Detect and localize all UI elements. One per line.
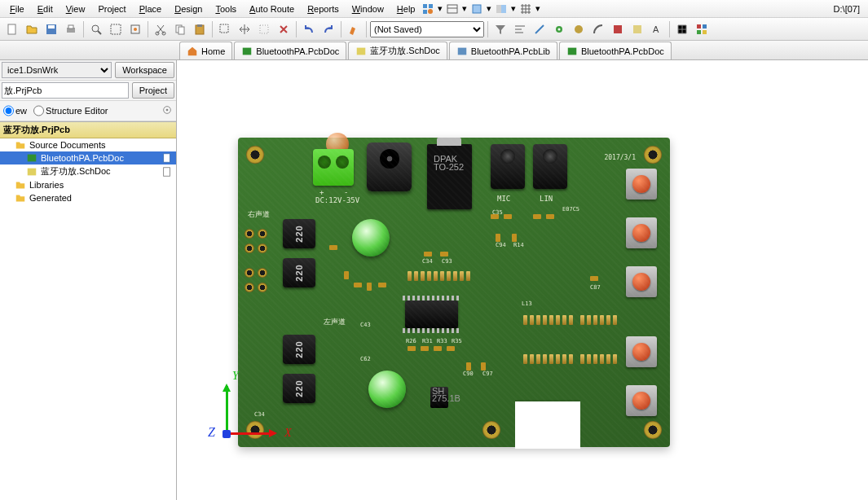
axis-z-label: Z bbox=[208, 425, 215, 440]
inductor: 220 bbox=[283, 258, 315, 287]
place-fill-button[interactable] bbox=[609, 20, 627, 38]
workspace-button[interactable]: Workspace bbox=[115, 62, 174, 78]
svg-rect-21 bbox=[197, 24, 202, 27]
paste-button[interactable] bbox=[191, 20, 209, 38]
svg-point-26 bbox=[558, 28, 561, 30]
menu-extra-icon-1[interactable] bbox=[421, 2, 434, 15]
svg-rect-28 bbox=[614, 25, 622, 33]
smd-component bbox=[329, 245, 337, 250]
move-button[interactable] bbox=[236, 20, 253, 38]
saved-combo[interactable]: (Not Saved) bbox=[370, 21, 484, 37]
place-string-button[interactable]: A bbox=[648, 20, 666, 38]
grid-icon[interactable] bbox=[519, 2, 532, 15]
svg-rect-36 bbox=[357, 47, 366, 55]
pcb-3d-view[interactable]: DPAKTO-252 + - DC:12V-35V 右声道 左声道 MIC LI… bbox=[177, 60, 868, 500]
menu-window[interactable]: Window bbox=[346, 2, 390, 15]
select-button[interactable] bbox=[216, 20, 234, 38]
silk-c34-2: C34 bbox=[254, 411, 265, 418]
menu-extra-icon-4[interactable] bbox=[495, 2, 508, 15]
tab-home[interactable]: Home bbox=[179, 42, 232, 59]
menu-view[interactable]: View bbox=[59, 2, 92, 15]
silk-r33: R33 bbox=[437, 338, 447, 344]
open-button[interactable] bbox=[23, 20, 41, 38]
layers-button[interactable] bbox=[693, 20, 711, 38]
svg-rect-10 bbox=[68, 25, 73, 29]
place-via-button[interactable] bbox=[550, 20, 568, 38]
silk-c62: C62 bbox=[360, 356, 371, 362]
menu-design[interactable]: Design bbox=[168, 2, 209, 15]
cross-probe-button[interactable] bbox=[345, 20, 363, 38]
panel-options-icon[interactable] bbox=[161, 107, 173, 117]
zoom-fit-button[interactable] bbox=[107, 20, 125, 38]
undo-button[interactable] bbox=[300, 20, 318, 38]
tact-switch bbox=[626, 217, 657, 248]
radio-structure[interactable]: Structure Editor bbox=[33, 103, 108, 119]
tree-generated[interactable]: Generated bbox=[0, 191, 176, 204]
zoom-window-button[interactable] bbox=[87, 20, 105, 38]
document-tabs: Home BluetoothPA.PcbDoc 蓝牙功放.SchDoc Blue… bbox=[0, 41, 868, 60]
smd-component bbox=[421, 346, 429, 351]
redo-button[interactable] bbox=[319, 20, 337, 38]
svg-point-15 bbox=[134, 28, 137, 31]
tree-pcbdoc[interactable]: BluetoothPA.PcbDoc bbox=[0, 151, 176, 164]
th-pad bbox=[245, 243, 254, 253]
radio-file-view[interactable]: ew bbox=[3, 103, 27, 119]
tact-switch bbox=[626, 336, 657, 367]
menu-extra-icon-2[interactable] bbox=[446, 2, 459, 15]
menu-file[interactable]: File bbox=[3, 2, 31, 15]
main-ic bbox=[405, 300, 458, 328]
silk-c90: C90 bbox=[463, 371, 474, 377]
save-button[interactable] bbox=[42, 20, 60, 38]
tree-source-documents[interactable]: Source Documents bbox=[0, 138, 176, 151]
th-pad bbox=[258, 268, 267, 278]
menu-tools[interactable]: Tools bbox=[209, 2, 243, 15]
tab-pcblib[interactable]: BluetoothPA.PcbLib bbox=[449, 42, 557, 59]
cut-button[interactable] bbox=[152, 20, 170, 38]
silk-date: 2017/3/1 bbox=[604, 154, 636, 161]
project-button[interactable]: Project bbox=[132, 82, 174, 99]
silk-c87: C87 bbox=[590, 284, 601, 291]
grid-button[interactable] bbox=[673, 20, 691, 38]
deselect-button[interactable] bbox=[255, 20, 273, 38]
menu-edit[interactable]: Edit bbox=[31, 2, 59, 15]
svg-rect-13 bbox=[111, 24, 121, 34]
filter-button[interactable] bbox=[491, 20, 509, 38]
svg-rect-1 bbox=[447, 5, 457, 13]
menu-extra-icon-3[interactable] bbox=[470, 2, 483, 15]
tree-libraries[interactable]: Libraries bbox=[0, 178, 176, 191]
place-pad-button[interactable] bbox=[570, 20, 588, 38]
svg-rect-5 bbox=[501, 5, 506, 13]
print-button[interactable] bbox=[62, 20, 80, 38]
new-button[interactable] bbox=[3, 20, 21, 38]
tree-schdoc[interactable]: 蓝牙功放.SchDoc bbox=[0, 164, 176, 178]
project-field[interactable] bbox=[2, 82, 129, 99]
svg-rect-34 bbox=[703, 30, 707, 34]
doc-status-icon bbox=[161, 166, 173, 178]
menu-place[interactable]: Place bbox=[133, 2, 169, 15]
module-pads bbox=[580, 354, 617, 364]
tab-pcbdoc-1[interactable]: BluetoothPA.PcbDoc bbox=[234, 42, 346, 59]
workspace-combo[interactable]: ice1.DsnWrk bbox=[2, 62, 112, 78]
place-line-button[interactable] bbox=[531, 20, 549, 38]
menu-autoroute[interactable]: Auto Route bbox=[243, 2, 301, 15]
mounting-hole bbox=[644, 421, 662, 439]
electrolytic-cap bbox=[368, 371, 406, 408]
place-arc-button[interactable] bbox=[589, 20, 607, 38]
tab-schdoc[interactable]: 蓝牙功放.SchDoc bbox=[348, 42, 447, 59]
menu-project[interactable]: Project bbox=[91, 2, 132, 15]
svg-rect-22 bbox=[220, 24, 228, 33]
align-button[interactable] bbox=[511, 20, 529, 38]
svg-rect-8 bbox=[48, 25, 55, 29]
menu-help[interactable]: Help bbox=[390, 2, 422, 15]
dc-jack bbox=[367, 143, 412, 191]
tree-project-header[interactable]: 蓝牙功放.PrjPcb bbox=[0, 122, 176, 138]
zoom-select-button[interactable] bbox=[126, 20, 144, 38]
silk-right-channel: 右声道 bbox=[248, 209, 270, 220]
menu-reports[interactable]: Reports bbox=[301, 2, 346, 15]
clear-button[interactable] bbox=[275, 20, 293, 38]
place-poly-button[interactable] bbox=[628, 20, 646, 38]
mounting-hole bbox=[644, 146, 662, 164]
mounting-hole bbox=[246, 421, 264, 439]
copy-button[interactable] bbox=[171, 20, 189, 38]
tab-pcbdoc-2[interactable]: BluetoothPA.PcbDoc bbox=[559, 42, 672, 59]
